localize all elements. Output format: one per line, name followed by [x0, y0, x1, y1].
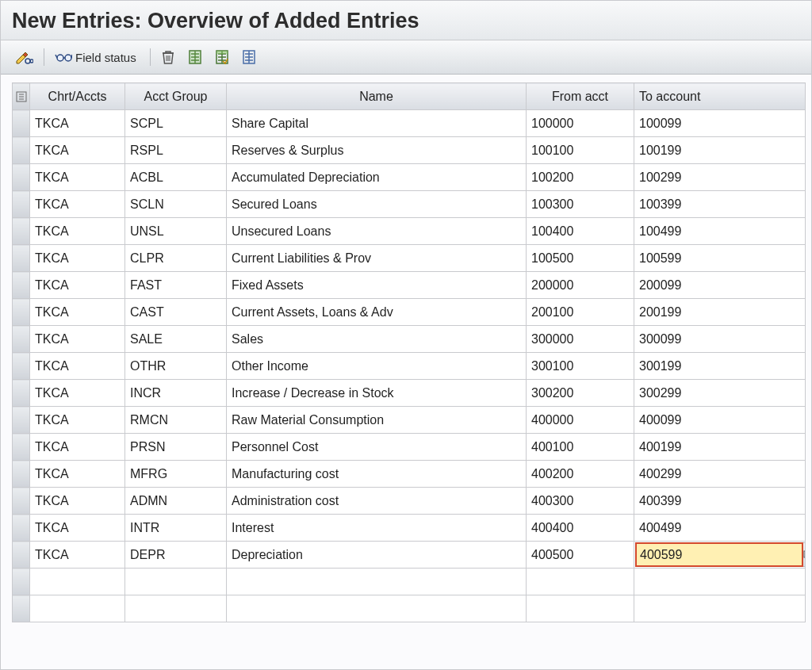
cell-acct-group[interactable]: CAST: [125, 299, 227, 326]
cell-name[interactable]: Depreciation: [227, 542, 527, 569]
cell-acct-group[interactable]: ADMN: [125, 488, 227, 515]
cell-acct-group[interactable]: INTR: [125, 515, 227, 542]
cell-empty[interactable]: [30, 595, 125, 622]
row-selector[interactable]: [13, 434, 30, 461]
field-status-button[interactable]: Field status: [51, 47, 144, 67]
cell-acct-group[interactable]: SCLN: [125, 191, 227, 218]
cell-acct-group[interactable]: CLPR: [125, 245, 227, 272]
cell-from-acct[interactable]: 400100: [527, 434, 634, 461]
cell-to-account[interactable]: 100499: [634, 218, 806, 245]
cell-acct-group[interactable]: SALE: [125, 326, 227, 353]
cell-empty[interactable]: [227, 569, 527, 595]
row-selector[interactable]: [13, 191, 30, 218]
row-selector[interactable]: [13, 245, 30, 272]
cell-from-acct[interactable]: 100400: [527, 218, 634, 245]
row-selector[interactable]: [13, 353, 30, 380]
cell-to-account[interactable]: 300199: [634, 353, 806, 380]
cell-name[interactable]: Current Liabilities & Prov: [227, 245, 527, 272]
cell-empty[interactable]: [634, 569, 806, 595]
cell-empty[interactable]: [125, 569, 227, 595]
cell-name[interactable]: Increase / Decrease in Stock: [227, 380, 527, 407]
cell-chrt-accts[interactable]: TKCA: [30, 407, 125, 434]
cell-to-account[interactable]: 300299: [634, 380, 806, 407]
cell-name[interactable]: Accumulated Depreciation: [227, 164, 527, 191]
cell-to-account[interactable]: 200099: [634, 272, 806, 299]
cell-empty[interactable]: [125, 595, 227, 622]
col-header-name[interactable]: Name: [227, 83, 527, 110]
cell-from-acct[interactable]: 400000: [527, 407, 634, 434]
cell-chrt-accts[interactable]: TKCA: [30, 380, 125, 407]
cell-chrt-accts[interactable]: TKCA: [30, 299, 125, 326]
cell-from-acct[interactable]: 100100: [527, 137, 634, 164]
cell-from-acct[interactable]: 200100: [527, 299, 634, 326]
cell-from-acct[interactable]: 400300: [527, 488, 634, 515]
cell-chrt-accts[interactable]: TKCA: [30, 272, 125, 299]
table-settings-button[interactable]: [238, 47, 260, 67]
cell-acct-group[interactable]: OTHR: [125, 353, 227, 380]
row-selector[interactable]: [13, 110, 30, 137]
row-selector[interactable]: [13, 542, 30, 569]
cell-name[interactable]: Personnel Cost: [227, 434, 527, 461]
cell-from-acct[interactable]: 400500: [527, 542, 634, 569]
delete-button[interactable]: [157, 47, 179, 67]
row-selector[interactable]: [13, 380, 30, 407]
cell-to-account[interactable]: 200199: [634, 299, 806, 326]
row-selector[interactable]: [13, 461, 30, 488]
cell-acct-group[interactable]: RSPL: [125, 137, 227, 164]
cell-name[interactable]: Reserves & Surplus: [227, 137, 527, 164]
cell-from-acct[interactable]: 300000: [527, 326, 634, 353]
select-all-rows-corner[interactable]: [13, 83, 30, 110]
to-account-input[interactable]: [635, 542, 803, 567]
cell-acct-group[interactable]: DEPR: [125, 542, 227, 569]
cell-chrt-accts[interactable]: TKCA: [30, 542, 125, 569]
row-selector[interactable]: [13, 137, 30, 164]
row-selector[interactable]: [13, 164, 30, 191]
col-header-to-account[interactable]: To account: [634, 83, 806, 110]
search-help-button[interactable]: [803, 542, 806, 567]
account-group-table[interactable]: Chrt/Accts Acct Group Name From acct To …: [12, 82, 806, 622]
cell-name[interactable]: Share Capital: [227, 110, 527, 137]
cell-to-account[interactable]: 400299: [634, 461, 806, 488]
cell-from-acct[interactable]: 400400: [527, 515, 634, 542]
cell-name[interactable]: Interest: [227, 515, 527, 542]
cell-to-account[interactable]: 400099: [634, 407, 806, 434]
cell-chrt-accts[interactable]: TKCA: [30, 488, 125, 515]
select-all-button[interactable]: [184, 47, 206, 67]
cell-chrt-accts[interactable]: TKCA: [30, 326, 125, 353]
cell-chrt-accts[interactable]: TKCA: [30, 434, 125, 461]
row-selector[interactable]: [13, 569, 30, 595]
col-header-acct-group[interactable]: Acct Group: [125, 83, 227, 110]
cell-empty[interactable]: [527, 569, 634, 595]
row-selector[interactable]: [13, 272, 30, 299]
row-selector[interactable]: [13, 407, 30, 434]
cell-from-acct[interactable]: 300200: [527, 380, 634, 407]
cell-to-account[interactable]: 400399: [634, 488, 806, 515]
cell-name[interactable]: Administration cost: [227, 488, 527, 515]
row-selector[interactable]: [13, 218, 30, 245]
cell-from-acct[interactable]: 100300: [527, 191, 634, 218]
row-selector[interactable]: [13, 326, 30, 353]
cell-from-acct[interactable]: 200000: [527, 272, 634, 299]
cell-to-account[interactable]: 400499: [634, 515, 806, 542]
cell-to-account[interactable]: 300099: [634, 326, 806, 353]
toggle-display-change-button[interactable]: [12, 47, 37, 67]
cell-name[interactable]: Current Assets, Loans & Adv: [227, 299, 527, 326]
cell-acct-group[interactable]: SCPL: [125, 110, 227, 137]
cell-chrt-accts[interactable]: TKCA: [30, 461, 125, 488]
cell-chrt-accts[interactable]: TKCA: [30, 137, 125, 164]
cell-to-account[interactable]: 100299: [634, 164, 806, 191]
cell-name[interactable]: Secured Loans: [227, 191, 527, 218]
cell-chrt-accts[interactable]: TKCA: [30, 110, 125, 137]
cell-chrt-accts[interactable]: TKCA: [30, 353, 125, 380]
cell-to-account[interactable]: 100099: [634, 110, 806, 137]
cell-empty[interactable]: [30, 569, 125, 595]
row-selector[interactable]: [13, 595, 30, 622]
cell-from-acct[interactable]: 100500: [527, 245, 634, 272]
cell-name[interactable]: Unsecured Loans: [227, 218, 527, 245]
cell-empty[interactable]: [527, 595, 634, 622]
row-selector[interactable]: [13, 488, 30, 515]
cell-acct-group[interactable]: PRSN: [125, 434, 227, 461]
cell-acct-group[interactable]: FAST: [125, 272, 227, 299]
deselect-all-button[interactable]: [211, 47, 233, 67]
cell-to-account[interactable]: 100199: [634, 137, 806, 164]
